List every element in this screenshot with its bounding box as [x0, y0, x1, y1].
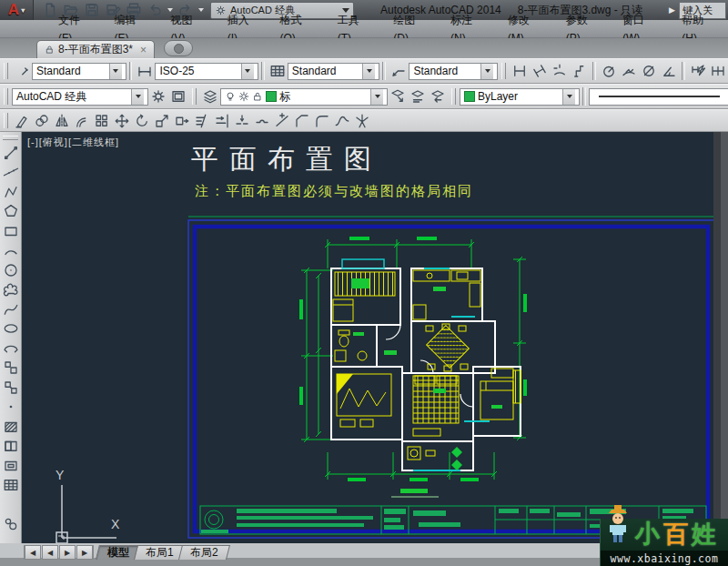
make-object-layer-current-button[interactable] — [388, 86, 408, 106]
new-drawing-tab-button[interactable] — [164, 40, 193, 56]
radius-dimension-button[interactable] — [599, 61, 619, 81]
erase-button[interactable] — [12, 111, 32, 130]
arc-button[interactable] — [1, 241, 20, 261]
arc-length-dimension-button[interactable] — [550, 61, 570, 81]
ordinate-dimension-button[interactable] — [570, 61, 590, 81]
toolbar-grip[interactable] — [4, 63, 8, 79]
toolbar-grip[interactable] — [192, 88, 197, 105]
layer-previous-button[interactable] — [428, 86, 448, 106]
blend-curves-button[interactable] — [332, 111, 352, 130]
diameter-dimension-button[interactable] — [639, 61, 659, 81]
drawing-canvas[interactable]: Y X [-][俯视][二维线框] 平面布置图 注：平面布置图必须与改墙图的格局… — [22, 132, 721, 543]
hatch-button[interactable] — [1, 417, 20, 437]
divide-button[interactable] — [1, 515, 20, 535]
chamfer-icon — [294, 113, 310, 129]
text-style-select[interactable]: Standard — [32, 63, 126, 80]
close-icon[interactable]: × — [140, 44, 147, 56]
application-menu-button[interactable]: A▾ — [0, 0, 34, 20]
fillet-button[interactable] — [312, 111, 332, 130]
move-button[interactable] — [112, 111, 132, 130]
toolbar-grip[interactable] — [501, 63, 506, 79]
construction-line-button[interactable] — [1, 163, 20, 183]
break-button[interactable] — [252, 111, 272, 130]
trim-button[interactable] — [192, 111, 212, 130]
linear-dimension-button[interactable] — [510, 61, 530, 81]
toolbar-grip[interactable] — [4, 88, 8, 105]
table-style-button[interactable] — [268, 61, 288, 81]
tab-layout2[interactable]: 布局2 — [178, 545, 230, 560]
rotate-button[interactable] — [132, 111, 152, 130]
rectangle-button[interactable] — [1, 221, 20, 241]
next-tab-button[interactable]: ▶ — [59, 545, 76, 560]
line-button[interactable] — [1, 143, 20, 163]
join-button[interactable] — [272, 111, 292, 130]
mleader-style-icon — [390, 63, 407, 79]
point-button[interactable] — [1, 398, 20, 418]
gradient-button[interactable] — [1, 437, 20, 457]
scale-button[interactable] — [152, 111, 172, 130]
polygon-button[interactable] — [1, 202, 20, 222]
ellipse-arc-button[interactable] — [1, 339, 20, 359]
break-at-point-button[interactable] — [232, 111, 252, 130]
revision-cloud-button[interactable] — [1, 280, 20, 300]
aligned-dimension-button[interactable] — [530, 61, 550, 81]
break-at-point-icon — [234, 113, 250, 129]
quick-dimension-button[interactable] — [688, 61, 708, 81]
region-button[interactable] — [1, 456, 20, 476]
layer-select[interactable]: 标 — [220, 88, 388, 106]
circle-button[interactable] — [1, 260, 20, 280]
toolbar-grip[interactable] — [3, 136, 17, 140]
insert-block-button[interactable] — [1, 359, 20, 379]
object-color-select[interactable]: ByLayer — [460, 88, 580, 106]
mleader-style-select[interactable]: Standard — [409, 63, 498, 80]
table-style-select[interactable]: Standard — [288, 63, 380, 80]
styles-toolbar: A Standard ISO-25 Standard Standard — [0, 58, 728, 84]
watermark-char: 百 — [663, 521, 688, 548]
my-workspace-button[interactable] — [168, 86, 188, 106]
table-button[interactable] — [1, 476, 20, 496]
line-icon — [3, 145, 19, 161]
workspace-select[interactable]: AutoCAD 经典 — [12, 88, 148, 106]
linetype-select[interactable] — [589, 88, 728, 106]
angular-dimension-button[interactable] — [659, 61, 679, 81]
layer-properties-button[interactable] — [200, 86, 220, 106]
text-style-button[interactable]: A — [12, 61, 32, 81]
copy-icon — [34, 113, 50, 129]
chamfer-button[interactable] — [292, 111, 312, 130]
menubar: 文件(F) 编辑(E) 视图(V) 插入(I) 格式(O) 工具(T) 绘图(D… — [0, 20, 728, 38]
multiline-text-button[interactable]: A — [1, 495, 20, 515]
linetype-sample — [599, 96, 720, 97]
toolbar-grip[interactable] — [451, 88, 456, 105]
viewport-controls[interactable]: [-][俯视][二维线框] — [27, 136, 119, 149]
ellipse-button[interactable] — [1, 319, 20, 339]
explode-button[interactable] — [352, 111, 372, 130]
prev-tab-button[interactable]: ◀ — [42, 545, 58, 560]
copy-button[interactable] — [32, 111, 52, 130]
svg-text:A: A — [5, 498, 14, 511]
jogged-dimension-button[interactable] — [619, 61, 639, 81]
last-tab-button[interactable]: ▶ — [76, 545, 94, 560]
array-button[interactable] — [92, 111, 112, 130]
offset-button[interactable] — [72, 111, 92, 130]
toolbar-grip[interactable] — [4, 113, 8, 127]
mirror-button[interactable] — [52, 111, 72, 130]
aligned-dimension-icon — [531, 63, 548, 79]
stretch-button[interactable] — [172, 111, 192, 130]
dim-style-value: ISO-25 — [159, 65, 194, 77]
tab-layout1[interactable]: 布局1 — [134, 545, 186, 560]
dim-style-button[interactable] — [135, 61, 155, 81]
workspace-settings-button[interactable] — [148, 86, 168, 106]
layer-match-button[interactable] — [408, 86, 428, 106]
first-tab-button[interactable]: ◀ — [24, 545, 41, 560]
dim-style-select[interactable]: ISO-25 — [155, 63, 258, 80]
file-tab[interactable]: 8-平面布置图3* × — [36, 40, 155, 58]
spline-button[interactable] — [1, 299, 20, 319]
continue-dimension-button[interactable] — [708, 61, 728, 81]
offset-icon — [74, 113, 90, 129]
extend-button[interactable] — [212, 111, 232, 130]
polyline-button[interactable] — [1, 182, 20, 202]
create-block-button[interactable] — [1, 378, 20, 398]
construction-line-icon — [3, 164, 19, 180]
mleader-style-button[interactable] — [389, 61, 409, 81]
polygon-icon — [3, 203, 19, 219]
